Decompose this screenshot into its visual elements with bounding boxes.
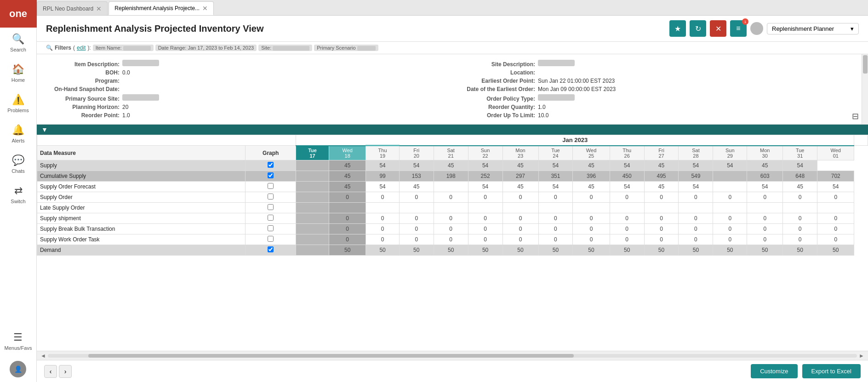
- info-primary-source: Primary Source Site:: [46, 93, 443, 103]
- tab-replenishment-close[interactable]: ✕: [202, 5, 208, 12]
- graph-checkbox-cell[interactable]: [246, 171, 296, 182]
- data-cell: 0: [679, 234, 713, 245]
- graph-checkbox-cell[interactable]: [246, 203, 296, 213]
- info-location: Location:: [462, 68, 859, 77]
- graph-checkbox[interactable]: [268, 246, 274, 252]
- sidebar-item-home[interactable]: 🏠 Home: [0, 58, 36, 88]
- avatar[interactable]: 👤: [10, 361, 26, 377]
- col-thu-26: Thu26: [610, 146, 644, 160]
- data-cell: 50: [644, 245, 679, 256]
- info-value-order-policy: [538, 94, 575, 101]
- info-scrollbar[interactable]: [862, 54, 868, 124]
- data-cell: 50: [573, 245, 610, 256]
- h-scrollbar[interactable]: ◄ ►: [37, 351, 868, 360]
- filter-edit-link[interactable]: edit: [77, 45, 86, 51]
- customize-button[interactable]: Customize: [751, 364, 797, 378]
- tab-dashboard[interactable]: RPL Neo Dashboard ✕: [37, 1, 108, 15]
- data-cell: 50: [503, 245, 538, 256]
- data-cell: [296, 234, 329, 245]
- graph-checkbox-cell[interactable]: [246, 224, 296, 234]
- favorite-button[interactable]: ★: [669, 20, 686, 37]
- next-arrow[interactable]: ›: [59, 365, 72, 378]
- export-button[interactable]: Export to Excel: [802, 364, 861, 378]
- data-cell: 0: [679, 213, 713, 224]
- data-cell: [503, 203, 538, 213]
- sidebar-item-search[interactable]: 🔍 Search: [0, 28, 36, 58]
- graph-checkbox[interactable]: [268, 215, 274, 221]
- info-label-site-desc: Site Description:: [462, 61, 535, 68]
- data-cell: 50: [538, 245, 573, 256]
- col-mon-30: Mon30: [747, 146, 783, 160]
- sidebar-item-alerts[interactable]: 🔔 Alerts: [0, 119, 36, 149]
- data-cell: 0: [468, 192, 503, 203]
- data-cell: [399, 203, 434, 213]
- sidebar-item-chats[interactable]: 💬 Chats: [0, 149, 36, 179]
- data-cell: 0: [366, 213, 399, 224]
- close-button[interactable]: ✕: [710, 20, 726, 37]
- info-label-location: Location:: [462, 69, 535, 76]
- data-cell: 0: [329, 192, 366, 203]
- refresh-button[interactable]: ↻: [690, 20, 706, 37]
- graph-checkbox[interactable]: [268, 204, 274, 210]
- info-value-earliest-order: Sun Jan 22 01:00:00 EST 2023: [538, 78, 615, 84]
- graph-checkbox-cell[interactable]: [246, 245, 296, 256]
- data-cell: [713, 182, 747, 192]
- data-cell: 54: [679, 160, 713, 171]
- data-cell: [296, 192, 329, 203]
- data-cell: 0: [538, 213, 573, 224]
- bottom-actions: Customize Export to Excel: [751, 364, 861, 378]
- prev-arrow[interactable]: ‹: [44, 365, 57, 378]
- data-cell: 0: [366, 234, 399, 245]
- data-cell: 45: [573, 182, 610, 192]
- scroll-left-arrow[interactable]: ◄: [39, 353, 48, 359]
- tab-dashboard-close[interactable]: ✕: [96, 5, 102, 12]
- data-cell: 0: [468, 234, 503, 245]
- graph-checkbox-cell[interactable]: [246, 182, 296, 192]
- month-overflow: [854, 135, 868, 146]
- info-snapshot-date: On-Hand Snapshot Date:: [46, 85, 443, 93]
- data-cell: 54: [747, 182, 783, 192]
- table-row: Supply Order000000000000000: [37, 192, 868, 203]
- graph-checkbox-cell[interactable]: [246, 160, 296, 171]
- info-item-description: Item Description:: [46, 59, 443, 68]
- graph-checkbox[interactable]: [268, 183, 274, 189]
- data-cell: [679, 203, 713, 213]
- col-sun-29: Sun29: [713, 146, 747, 160]
- sidebar-item-problems[interactable]: ⚠️ Problems: [0, 88, 36, 119]
- row-label-cell: Supply Order Forecast: [37, 182, 246, 192]
- graph-checkbox[interactable]: [268, 225, 274, 231]
- data-cell: [296, 160, 329, 171]
- graph-checkbox[interactable]: [268, 194, 274, 200]
- collapse-icon[interactable]: ⊟: [852, 112, 859, 121]
- data-cell: [538, 203, 573, 213]
- role-selector[interactable]: Replenishment Planner ▾: [767, 23, 859, 34]
- graph-checkbox[interactable]: [268, 162, 274, 168]
- data-cell: [329, 203, 366, 213]
- graph-checkbox-cell[interactable]: [246, 213, 296, 224]
- panel-controls: ⊟: [852, 111, 859, 121]
- graph-checkbox[interactable]: [268, 172, 274, 178]
- data-cell: 45: [503, 182, 538, 192]
- col-tue-24: Tue24: [538, 146, 573, 160]
- grid-expand-icon[interactable]: ▼: [41, 126, 48, 133]
- data-cell: 396: [573, 171, 610, 182]
- table-container[interactable]: Jan 2023 Data Measure Graph Tue17 Wed18 …: [37, 135, 868, 351]
- row-label-cell: Supply Work Order Task: [37, 234, 246, 245]
- info-value-primary-source: [122, 94, 159, 101]
- table-row: Supply shipment000000000000000: [37, 213, 868, 224]
- scroll-right-arrow[interactable]: ►: [857, 353, 866, 359]
- home-icon: 🏠: [12, 63, 24, 75]
- data-cell: 45: [434, 160, 468, 171]
- data-cell: [296, 224, 329, 234]
- sidebar-item-switch[interactable]: ⇄ Switch: [0, 179, 36, 210]
- graph-checkbox-cell[interactable]: [246, 192, 296, 203]
- graph-checkbox[interactable]: [268, 236, 274, 242]
- graph-checkbox-cell[interactable]: [246, 234, 296, 245]
- info-earliest-order-point: Earliest Order Point: Sun Jan 22 01:00:0…: [462, 77, 859, 85]
- data-cell: 0: [329, 224, 366, 234]
- data-cell: 54: [610, 160, 644, 171]
- tab-replenishment[interactable]: Replenishment Analysis Projecte... ✕: [108, 1, 214, 15]
- data-cell: 0: [747, 234, 783, 245]
- sidebar-item-menus[interactable]: ☰ Menus/Favs: [5, 326, 32, 356]
- col-fri-20: Fri20: [399, 146, 434, 160]
